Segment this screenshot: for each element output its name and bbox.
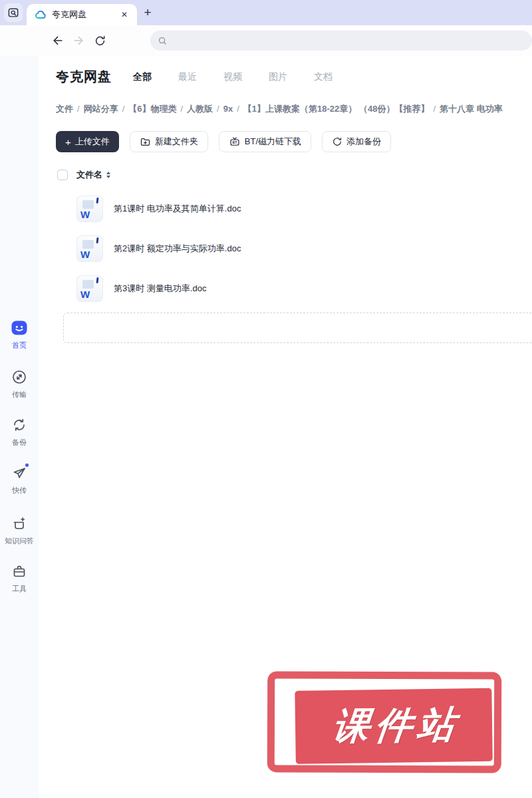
sidebar-item-label: 工具	[0, 584, 39, 594]
breadcrumb: 文件/网站分享/【6】物理类/人教版/9x/【1】上课教案（第18-22章） （…	[56, 102, 532, 116]
file-rows: W 第1课时 电功率及其简单计算.doc W 第2课时 额定功率与实际功率.do…	[76, 189, 532, 309]
bt-download-label: BT/磁力链下载	[245, 136, 301, 148]
stamp-inner: 课件站	[295, 688, 493, 764]
upload-file-button[interactable]: + 上传文件	[56, 131, 119, 152]
file-row[interactable]: W 第1课时 电功率及其简单计算.doc	[76, 189, 532, 229]
tab-image[interactable]: 图片	[269, 71, 287, 83]
add-backup-label: 添加备份	[346, 136, 381, 148]
breadcrumb-separator: /	[433, 104, 436, 114]
tab-search-button[interactable]	[4, 3, 23, 22]
backup-sync-icon	[11, 416, 28, 434]
breadcrumb-separator: /	[237, 104, 239, 114]
sidebar-item-transfer[interactable]: 传输	[0, 368, 39, 400]
knowledge-qa-icon	[11, 515, 28, 532]
sidebar-item-label: 快传	[0, 485, 39, 495]
breadcrumb-segment[interactable]: 【1】上课教案（第18-22章） （48份）【推荐】	[243, 104, 430, 114]
word-doc-icon: W	[76, 275, 103, 302]
bt-magnet-download-button[interactable]: BT BT/磁力链下载	[219, 131, 311, 152]
tab-title: 夸克网盘	[52, 9, 118, 21]
breadcrumb-separator: /	[122, 104, 125, 114]
page-title: 夸克网盘	[56, 68, 112, 86]
bt-tv-icon: BT	[229, 136, 241, 148]
breadcrumb-segment[interactable]: 人教版	[187, 104, 213, 114]
browser-tab[interactable]: 夸克网盘 ✕	[27, 4, 137, 25]
sidebar-item-label: 知识问答	[0, 536, 39, 546]
filename-column-header: 文件名	[76, 169, 102, 181]
browser-toolbar	[0, 25, 532, 56]
app-sidebar: 首页 传输 备份	[0, 56, 39, 798]
search-icon	[158, 36, 168, 46]
refresh-icon[interactable]	[93, 34, 106, 47]
file-row[interactable]: W 第2课时 额定功率与实际功率.doc	[76, 229, 532, 269]
address-search-bar[interactable]	[150, 31, 532, 51]
breadcrumb-separator: /	[180, 104, 183, 114]
window-search-icon	[7, 6, 20, 19]
new-folder-label: 新建文件夹	[155, 136, 198, 148]
add-backup-button[interactable]: 添加备份	[322, 131, 391, 152]
watermark-text: 课件站	[325, 700, 463, 752]
close-tab-icon[interactable]: ✕	[118, 9, 130, 21]
title-row: 夸克网盘 全部 最近 视频 图片 文档	[56, 68, 332, 86]
word-doc-icon: W	[76, 235, 103, 262]
sidebar-item-home[interactable]: 首页	[0, 319, 39, 350]
tab-recent[interactable]: 最近	[178, 71, 197, 83]
breadcrumb-segment[interactable]: 9x	[223, 104, 233, 114]
file-name: 第1课时 电功率及其简单计算.doc	[114, 203, 241, 215]
fast-transfer-icon	[11, 464, 28, 481]
browser-tab-bar: 夸克网盘 ✕ +	[0, 0, 532, 25]
sidebar-item-knowledge-qa[interactable]: 知识问答	[0, 515, 39, 546]
back-icon[interactable]	[51, 34, 65, 47]
upload-file-label: 上传文件	[75, 136, 110, 148]
new-tab-button[interactable]: +	[140, 5, 155, 20]
transfer-icon	[11, 368, 28, 386]
home-smiley-icon	[11, 319, 28, 336]
file-row[interactable]: W 第3课时 测量电功率.doc	[76, 269, 532, 309]
forward-icon[interactable]	[72, 34, 85, 47]
svg-text:BT: BT	[232, 140, 237, 144]
tab-all[interactable]: 全部	[133, 71, 152, 83]
tab-document[interactable]: 文档	[314, 71, 332, 83]
quark-drive-page: 夸克网盘 ✕ +	[0, 0, 532, 798]
action-buttons: + 上传文件 新建文件夹 BT	[56, 131, 391, 152]
drop-zone[interactable]	[63, 313, 532, 343]
file-name: 第2课时 额定功率与实际功率.doc	[114, 243, 241, 255]
file-list-header: 文件名	[57, 169, 110, 181]
select-all-checkbox[interactable]	[57, 170, 68, 180]
notification-dot	[25, 463, 29, 467]
plus-icon: +	[65, 137, 71, 147]
view-tabs: 全部 最近 视频 图片 文档	[133, 71, 332, 83]
watermark-stamp: 课件站	[267, 670, 502, 775]
breadcrumb-separator: /	[77, 104, 80, 114]
word-doc-icon: W	[76, 196, 103, 222]
breadcrumb-segment[interactable]: 文件	[56, 104, 73, 114]
new-folder-button[interactable]: 新建文件夹	[130, 131, 208, 152]
quark-logo-icon	[35, 9, 47, 21]
breadcrumb-segment[interactable]: 网站分享	[84, 104, 118, 114]
sort-toggle-icon[interactable]	[106, 172, 110, 178]
breadcrumb-separator: /	[217, 104, 219, 114]
sidebar-item-fast-transfer[interactable]: 快传	[0, 464, 39, 495]
tab-video[interactable]: 视频	[223, 71, 242, 83]
toolbox-icon	[11, 563, 28, 580]
folder-plus-icon	[140, 136, 151, 148]
file-name: 第3课时 测量电功率.doc	[114, 283, 206, 295]
sidebar-item-label: 首页	[0, 340, 39, 350]
breadcrumb-segment[interactable]: 【6】物理类	[128, 104, 176, 114]
sidebar-item-label: 传输	[0, 390, 39, 400]
sidebar-item-backup[interactable]: 备份	[0, 416, 39, 448]
breadcrumb-segment[interactable]: 第十八章 电功率	[440, 104, 503, 114]
sidebar-item-tools[interactable]: 工具	[0, 563, 39, 594]
sidebar-item-label: 备份	[0, 438, 39, 448]
backup-circle-icon	[332, 136, 342, 147]
